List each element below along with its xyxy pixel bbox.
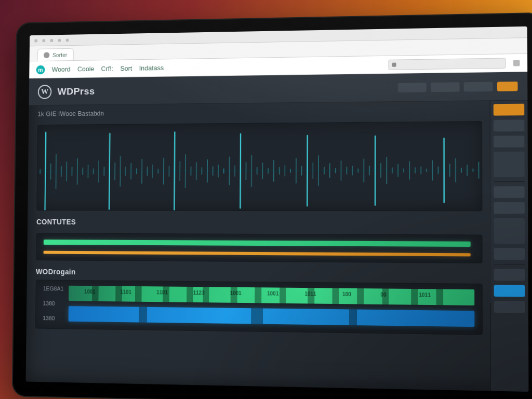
tab-label: Sorter [52, 51, 67, 58]
timeline-track-blue[interactable] [69, 306, 475, 327]
nav-link[interactable]: Crf!: [101, 65, 114, 73]
app-body: 1k GIE IWooe Bastabdn CONTUTES WODrogain [26, 100, 529, 392]
track-segment-label: 1011 [304, 291, 316, 297]
main-column: 1k GIE IWooe Bastabdn CONTUTES WODrogain [26, 101, 490, 391]
track-segment-label: 00 [380, 292, 386, 298]
svg-line-14 [109, 134, 110, 209]
screen: Sorter m Woord Coole Crf!: Sort Indatass… [26, 26, 529, 392]
header-pill[interactable] [431, 82, 460, 92]
svg-line-26 [174, 132, 175, 210]
right-sidebar [489, 100, 528, 392]
site-favicon-icon: m [36, 65, 45, 74]
laptop-frame: Sorter m Woord Coole Crf!: Sort Indatass… [12, 12, 532, 399]
timeline-track-green[interactable]: 1001110111011123100110011011100001011 [69, 286, 474, 305]
progress-bar-orange[interactable] [44, 251, 471, 257]
track-segment-label: 100 [342, 291, 351, 297]
sidebar-cell[interactable] [494, 119, 525, 131]
tick-label: 1380 [43, 300, 62, 307]
sidebar-divider [494, 181, 525, 182]
os-menu-icon [66, 38, 69, 42]
header-pill[interactable] [398, 83, 427, 92]
tab-favicon-icon [44, 52, 49, 58]
laptop-bezel: Sorter m Woord Coole Crf!: Sort Indatass… [12, 12, 532, 399]
section-label-contures: CONTUTES [36, 218, 483, 227]
sidebar-divider [494, 264, 525, 264]
waveform-svg [37, 122, 482, 211]
tick-label: 1380 [43, 315, 62, 321]
svg-line-16 [120, 156, 121, 187]
track-segment-label: 1123 [193, 290, 205, 296]
track-segment-label: 1101 [120, 289, 131, 295]
track-segment-label: 1101 [156, 289, 168, 295]
sidebar-cell[interactable] [494, 301, 525, 313]
section-label-wodrogain: WODrogain [36, 268, 483, 280]
sidebar-cell[interactable] [494, 186, 525, 198]
sidebar-cell[interactable] [494, 269, 525, 281]
svg-line-4 [56, 154, 56, 189]
nav-link[interactable]: Woord [52, 65, 71, 73]
wordpress-logo-icon: W [38, 85, 52, 99]
nav-link[interactable]: Indatass [139, 64, 164, 72]
sidebar-cell[interactable] [494, 136, 525, 148]
header-pill-accent[interactable] [497, 81, 518, 91]
nav-link[interactable]: Coole [77, 65, 94, 73]
progress-panel [36, 233, 482, 263]
timeline-section: WODrogain 1EG8A1 1380 1380 1001110111011… [35, 268, 483, 335]
browser-menu-icon[interactable] [513, 60, 520, 66]
os-menu-icon [50, 39, 54, 42]
waveform-panel[interactable] [36, 121, 482, 211]
nav-link[interactable]: Sort [120, 64, 132, 72]
timeline-y-ticks: 1EG8A1 1380 1380 [43, 285, 63, 321]
header-actions [398, 81, 518, 92]
browser-tab[interactable]: Sorter [37, 48, 74, 61]
os-menu-icon [58, 38, 61, 42]
address-bar[interactable] [388, 58, 506, 70]
sidebar-cell[interactable] [494, 248, 525, 260]
sidebar-cell-blue[interactable] [494, 285, 525, 297]
progress-bar-green[interactable] [44, 240, 471, 247]
timeline-tracks: 1001110111011123100110011011100001011 [69, 286, 475, 327]
sidebar-cell-accent[interactable] [494, 104, 524, 116]
tick-label: 1EG8A1 [43, 285, 63, 291]
app-title: WDPrss [57, 86, 95, 97]
sidebar-cell[interactable] [494, 152, 525, 177]
sidebar-cell[interactable] [494, 202, 525, 214]
lock-icon [392, 62, 396, 66]
track-segment-label: 1011 [419, 292, 431, 298]
sidebar-cell[interactable] [494, 218, 525, 244]
page-subtitle: 1k GIE IWooe Bastabdn [37, 107, 482, 118]
os-menu-icon [42, 39, 45, 42]
header-pill[interactable] [464, 82, 493, 91]
track-segment-label: 1001 [230, 290, 242, 296]
svg-line-2 [45, 132, 46, 211]
timeline-panel: 1EG8A1 1380 1380 10011101110111231001100… [35, 280, 483, 335]
track-segment-label: 1001 [267, 290, 278, 296]
track-segment-label: 1001 [84, 289, 95, 295]
svg-line-38 [240, 134, 241, 208]
os-menu-icon [34, 39, 37, 42]
